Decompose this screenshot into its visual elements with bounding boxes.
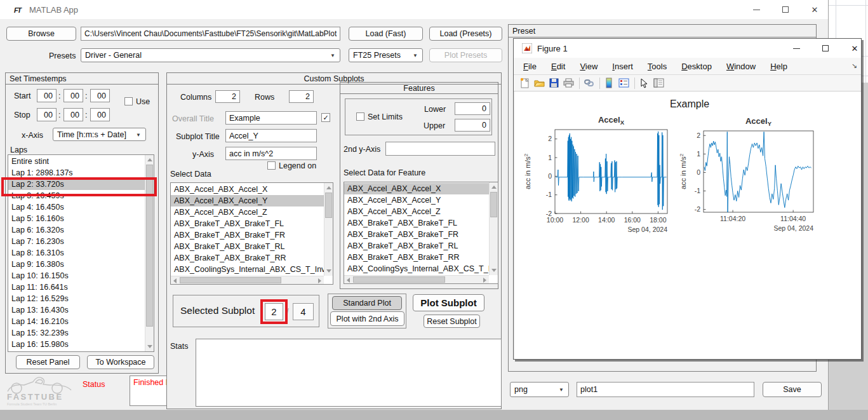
list-item[interactable]: ABX_BrakeT_ABX_BrakeT_FL (171, 218, 324, 229)
feature-data-listbox[interactable]: ABX_Accel_ABX_Accel_XABX_Accel_ABX_Accel… (344, 182, 498, 284)
list-item[interactable]: ABX_CoolingSys_Internal_ABX_CS_T_InvL (344, 263, 489, 274)
save-button[interactable]: Save (763, 382, 822, 397)
minimize-button[interactable] (743, 0, 770, 19)
menu-help[interactable]: Help (766, 60, 792, 73)
columns-input[interactable]: 2 (215, 90, 240, 103)
figure-close-button[interactable]: ✕ (841, 39, 868, 57)
laps-listbox[interactable]: Entire stintLap 1: 2898.137sLap 2: 33.72… (8, 154, 154, 352)
menu-file[interactable]: File (519, 60, 541, 73)
list-item[interactable]: ABX_Accel_ABX_Accel_Z (344, 206, 489, 217)
reset-subplot-button[interactable]: Reset Subplot (424, 315, 480, 328)
menu-tools[interactable]: Tools (643, 60, 671, 73)
list-item[interactable]: ABX_BrakeT_ABX_BrakeT_FR (171, 229, 324, 241)
scroll-thumb[interactable] (353, 276, 445, 283)
list-item[interactable]: Lap 4: 16.450s (8, 201, 145, 213)
list-item[interactable]: Lap 6: 16.320s (8, 224, 145, 236)
plot-2nd-axis-button[interactable]: Plot with 2nd Axis (330, 311, 404, 326)
figure-minimize-button[interactable] (783, 39, 810, 57)
scroll-thumb[interactable] (180, 277, 281, 283)
list-item[interactable]: Lap 2: 33.720s (8, 179, 145, 190)
scroll-down-icon[interactable] (147, 345, 152, 348)
close-button[interactable]: ✕ (801, 0, 828, 19)
scroll-left-icon[interactable] (347, 278, 350, 283)
scroll-down-icon[interactable] (326, 269, 331, 273)
list-item[interactable]: Lap 9: 16.380s (8, 259, 145, 270)
list-item[interactable]: ABX_BrakeT_ABX_BrakeT_RR (171, 252, 324, 264)
format-dropdown[interactable]: png▼ (510, 382, 569, 397)
list-item[interactable]: Lap 10: 16.150s (8, 270, 145, 281)
list-item[interactable]: ABX_BrakeT_ABX_BrakeT_RR (344, 252, 489, 263)
lower-input[interactable]: 0 (455, 102, 490, 115)
list-item[interactable]: Lap 3: 16.459s (8, 190, 145, 201)
overall-title-input[interactable]: Example (225, 111, 317, 125)
browse-button[interactable]: Browse (6, 27, 76, 41)
menu-edit[interactable]: Edit (547, 60, 570, 73)
list-item[interactable]: Lap 12: 16.529s (8, 293, 145, 304)
file-path-input[interactable]: C:\Users\Vincent Chau\Documents\Fasttube… (81, 27, 340, 41)
subplot-title-input[interactable]: Accel_Y (225, 129, 317, 142)
scroll-down-icon[interactable] (491, 269, 497, 272)
feature-data-hscroll[interactable] (344, 275, 489, 283)
dock-arrow-icon[interactable]: ↘ (851, 62, 857, 70)
xaxis-dropdown[interactable]: Time [h:m:s + Date]▼ (53, 128, 146, 141)
menu-window[interactable]: Window (722, 60, 760, 73)
scroll-right-icon[interactable] (318, 278, 321, 283)
filename-input[interactable]: plot1 (577, 382, 754, 397)
second-yaxis-input[interactable] (385, 142, 495, 156)
property-inspector-icon[interactable] (652, 78, 665, 89)
to-workspace-button[interactable]: To Workspace (87, 355, 154, 369)
list-item[interactable]: ABX_CoolingSys_Internal_ABX_CS_T_InvL (171, 264, 324, 275)
load-fast-button[interactable]: Load (Fast) (349, 27, 423, 41)
list-item[interactable]: ABX_BrakeT_ABX_BrakeT_RL (344, 240, 489, 252)
pointer-icon[interactable] (638, 78, 650, 89)
menu-desktop[interactable]: Desktop (677, 60, 716, 73)
scroll-up-icon[interactable] (147, 158, 152, 161)
list-item[interactable]: Lap 13: 16.430s (8, 304, 145, 316)
select-data-listbox[interactable]: ABX_Accel_ABX_Accel_XABX_Accel_ABX_Accel… (170, 182, 333, 285)
plot-subplot-button[interactable]: Plot Subplot (413, 294, 484, 311)
list-item[interactable]: Lap 1: 2898.137s (8, 167, 145, 179)
scroll-up-icon[interactable] (491, 186, 497, 189)
list-item[interactable]: ABX_BrakeT_ABX_BrakeT_FR (344, 229, 489, 240)
start-min-input[interactable]: 00 (63, 89, 83, 102)
menu-insert[interactable]: Insert (608, 60, 638, 73)
set-limits-checkbox[interactable] (356, 112, 364, 121)
list-item[interactable]: ABX_BrakeT_ABX_BrakeT_RL (171, 241, 324, 252)
stop-sec-input[interactable]: 00 (90, 108, 110, 121)
open-folder-icon[interactable] (533, 78, 545, 89)
save-icon[interactable] (547, 78, 560, 89)
list-item[interactable]: Lap 15: 32.239s (8, 327, 145, 339)
laps-scrollbar[interactable] (145, 155, 154, 351)
select-data-vscroll[interactable] (324, 183, 333, 276)
figure-maximize-button[interactable] (812, 39, 839, 57)
list-item[interactable]: ABX_BrakeT_ABX_BrakeT_FL (344, 217, 489, 229)
list-item[interactable]: Lap 14: 16.210s (8, 316, 145, 327)
new-file-icon[interactable] (518, 78, 531, 89)
yaxis-input[interactable]: acc in m/s^2 (225, 147, 317, 160)
link-icon[interactable] (582, 78, 595, 89)
list-item[interactable]: Lap 7: 16.230s (8, 236, 145, 247)
list-item[interactable]: Lap 16: 15.980s (8, 339, 145, 350)
overall-title-checkbox[interactable]: ✓ (321, 113, 330, 122)
ft25-presets-dropdown[interactable]: FT25 Presets▼ (349, 48, 423, 62)
scroll-right-icon[interactable] (483, 278, 486, 283)
start-sec-input[interactable]: 00 (90, 89, 110, 102)
list-item[interactable]: Entire stint (8, 156, 145, 167)
stats-textarea[interactable] (196, 339, 502, 407)
use-checkbox[interactable] (124, 97, 133, 105)
maximize-button[interactable] (772, 0, 799, 19)
scroll-up-icon[interactable] (326, 186, 331, 189)
preset-dropdown[interactable]: Driver - General▼ (81, 48, 340, 62)
selected-subplot-input[interactable]: 2 (265, 303, 283, 320)
feature-data-vscroll[interactable] (489, 182, 498, 275)
scroll-thumb[interactable] (490, 192, 497, 217)
list-item[interactable]: Lap 8: 16.310s (8, 247, 145, 259)
list-item[interactable]: Lap 5: 16.160s (8, 213, 145, 224)
scroll-thumb[interactable] (325, 193, 332, 218)
list-item[interactable]: Lap 11: 16.641s (8, 281, 145, 293)
legend-checkbox[interactable] (267, 161, 276, 170)
list-item[interactable]: ABX_Accel_ABX_Accel_X (344, 183, 489, 194)
list-item[interactable]: ABX_Accel_ABX_Accel_X (171, 184, 324, 195)
legend-icon[interactable] (617, 78, 630, 89)
menu-view[interactable]: View (575, 60, 602, 73)
